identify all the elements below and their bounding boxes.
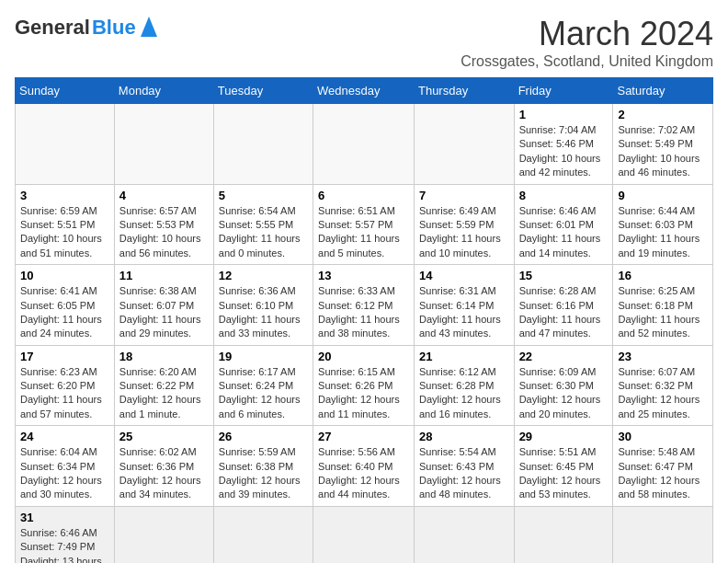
calendar-cell (213, 506, 313, 563)
day-number: 1 (519, 108, 609, 121)
calendar-cell: 24Sunrise: 6:04 AM Sunset: 6:34 PM Dayli… (16, 426, 115, 507)
day-number: 8 (519, 189, 609, 202)
page-header: General Blue March 2024 Crossgates, Scot… (15, 15, 713, 70)
logo-triangle-icon (141, 17, 157, 40)
day-number: 30 (618, 430, 708, 443)
logo-blue-text: Blue (92, 16, 136, 40)
day-number: 21 (419, 350, 509, 363)
day-info: Sunrise: 5:56 AM Sunset: 6:40 PM Dayligh… (318, 445, 409, 502)
calendar-cell: 18Sunrise: 6:20 AM Sunset: 6:22 PM Dayli… (114, 345, 213, 426)
day-number: 23 (618, 350, 708, 363)
day-number: 16 (618, 269, 708, 282)
day-number: 22 (519, 350, 609, 363)
calendar-cell: 27Sunrise: 5:56 AM Sunset: 6:40 PM Dayli… (313, 426, 415, 507)
calendar-week-row: 3Sunrise: 6:59 AM Sunset: 5:51 PM Daylig… (16, 184, 713, 265)
calendar-cell: 19Sunrise: 6:17 AM Sunset: 6:24 PM Dayli… (213, 345, 313, 426)
calendar-cell (414, 506, 514, 563)
calendar-week-row: 24Sunrise: 6:04 AM Sunset: 6:34 PM Dayli… (16, 426, 713, 507)
day-number: 3 (20, 189, 109, 202)
calendar-cell: 10Sunrise: 6:41 AM Sunset: 6:05 PM Dayli… (16, 265, 115, 346)
day-info: Sunrise: 6:15 AM Sunset: 6:26 PM Dayligh… (318, 365, 409, 422)
calendar-cell: 8Sunrise: 6:46 AM Sunset: 6:01 PM Daylig… (514, 184, 613, 265)
day-number: 7 (419, 189, 509, 202)
calendar-cell: 11Sunrise: 6:38 AM Sunset: 6:07 PM Dayli… (114, 265, 213, 346)
day-number: 15 (519, 269, 609, 282)
calendar-cell: 7Sunrise: 6:49 AM Sunset: 5:59 PM Daylig… (414, 184, 514, 265)
header-friday: Friday (514, 78, 613, 104)
day-number: 13 (318, 269, 409, 282)
day-info: Sunrise: 6:38 AM Sunset: 6:07 PM Dayligh… (119, 284, 209, 341)
calendar-cell: 13Sunrise: 6:33 AM Sunset: 6:12 PM Dayli… (313, 265, 415, 346)
calendar-cell (114, 506, 213, 563)
day-info: Sunrise: 5:51 AM Sunset: 6:45 PM Dayligh… (519, 445, 609, 502)
header-thursday: Thursday (414, 78, 514, 104)
calendar-cell: 25Sunrise: 6:02 AM Sunset: 6:36 PM Dayli… (114, 426, 213, 507)
day-info: Sunrise: 6:49 AM Sunset: 5:59 PM Dayligh… (419, 204, 509, 261)
day-info: Sunrise: 5:48 AM Sunset: 6:47 PM Dayligh… (618, 445, 708, 502)
day-number: 29 (519, 430, 609, 443)
calendar-cell (414, 104, 514, 185)
day-number: 25 (119, 430, 209, 443)
title-area: March 2024 Crossgates, Scotland, United … (461, 15, 713, 70)
day-number: 20 (318, 350, 409, 363)
day-info: Sunrise: 6:02 AM Sunset: 6:36 PM Dayligh… (119, 445, 209, 502)
day-info: Sunrise: 7:04 AM Sunset: 5:46 PM Dayligh… (519, 123, 609, 180)
day-number: 31 (20, 511, 109, 524)
calendar-cell: 16Sunrise: 6:25 AM Sunset: 6:18 PM Dayli… (613, 265, 713, 346)
header-monday: Monday (114, 78, 213, 104)
calendar-cell: 17Sunrise: 6:23 AM Sunset: 6:20 PM Dayli… (16, 345, 115, 426)
day-info: Sunrise: 6:54 AM Sunset: 5:55 PM Dayligh… (219, 204, 308, 261)
day-info: Sunrise: 6:28 AM Sunset: 6:16 PM Dayligh… (519, 284, 609, 341)
day-number: 18 (119, 350, 209, 363)
day-number: 11 (119, 269, 209, 282)
logo-general-text: General (15, 16, 90, 40)
day-info: Sunrise: 6:44 AM Sunset: 6:03 PM Dayligh… (618, 204, 708, 261)
calendar-cell: 28Sunrise: 5:54 AM Sunset: 6:43 PM Dayli… (414, 426, 514, 507)
calendar-cell: 1Sunrise: 7:04 AM Sunset: 5:46 PM Daylig… (514, 104, 613, 185)
day-number: 2 (618, 108, 708, 121)
day-number: 26 (219, 430, 308, 443)
day-number: 24 (20, 430, 109, 443)
day-info: Sunrise: 5:59 AM Sunset: 6:38 PM Dayligh… (219, 445, 308, 502)
day-info: Sunrise: 6:07 AM Sunset: 6:32 PM Dayligh… (618, 365, 708, 422)
calendar-week-row: 10Sunrise: 6:41 AM Sunset: 6:05 PM Dayli… (16, 265, 713, 346)
day-info: Sunrise: 6:51 AM Sunset: 5:57 PM Dayligh… (318, 204, 409, 261)
calendar-cell: 12Sunrise: 6:36 AM Sunset: 6:10 PM Dayli… (213, 265, 313, 346)
calendar-title: March 2024 (461, 15, 713, 53)
calendar-cell: 5Sunrise: 6:54 AM Sunset: 5:55 PM Daylig… (213, 184, 313, 265)
calendar-cell (313, 506, 415, 563)
logo-area: General Blue (15, 15, 157, 40)
calendar-cell (313, 104, 415, 185)
header-sunday: Sunday (16, 78, 115, 104)
day-info: Sunrise: 6:57 AM Sunset: 5:53 PM Dayligh… (119, 204, 209, 261)
day-info: Sunrise: 6:17 AM Sunset: 6:24 PM Dayligh… (219, 365, 308, 422)
header-tuesday: Tuesday (213, 78, 313, 104)
day-number: 10 (20, 269, 109, 282)
day-number: 19 (219, 350, 308, 363)
svg-marker-0 (141, 17, 157, 37)
day-info: Sunrise: 6:20 AM Sunset: 6:22 PM Dayligh… (119, 365, 209, 422)
calendar-cell (114, 104, 213, 185)
weekday-header-row: Sunday Monday Tuesday Wednesday Thursday… (16, 78, 713, 104)
calendar-cell: 2Sunrise: 7:02 AM Sunset: 5:49 PM Daylig… (613, 104, 713, 185)
day-number: 27 (318, 430, 409, 443)
calendar-cell (213, 104, 313, 185)
calendar-subtitle: Crossgates, Scotland, United Kingdom (461, 53, 713, 70)
header-saturday: Saturday (613, 78, 713, 104)
calendar-cell (16, 104, 115, 185)
day-info: Sunrise: 6:36 AM Sunset: 6:10 PM Dayligh… (219, 284, 308, 341)
calendar-cell: 30Sunrise: 5:48 AM Sunset: 6:47 PM Dayli… (613, 426, 713, 507)
calendar-cell: 29Sunrise: 5:51 AM Sunset: 6:45 PM Dayli… (514, 426, 613, 507)
calendar-cell: 4Sunrise: 6:57 AM Sunset: 5:53 PM Daylig… (114, 184, 213, 265)
day-number: 17 (20, 350, 109, 363)
calendar-cell: 20Sunrise: 6:15 AM Sunset: 6:26 PM Dayli… (313, 345, 415, 426)
calendar-cell: 31Sunrise: 6:46 AM Sunset: 7:49 PM Dayli… (16, 506, 115, 563)
day-number: 6 (318, 189, 409, 202)
calendar-table: Sunday Monday Tuesday Wednesday Thursday… (15, 77, 713, 563)
day-info: Sunrise: 6:23 AM Sunset: 6:20 PM Dayligh… (20, 365, 109, 422)
calendar-week-row: 17Sunrise: 6:23 AM Sunset: 6:20 PM Dayli… (16, 345, 713, 426)
calendar-cell: 15Sunrise: 6:28 AM Sunset: 6:16 PM Dayli… (514, 265, 613, 346)
calendar-cell: 22Sunrise: 6:09 AM Sunset: 6:30 PM Dayli… (514, 345, 613, 426)
day-info: Sunrise: 6:46 AM Sunset: 7:49 PM Dayligh… (20, 526, 109, 563)
calendar-cell: 3Sunrise: 6:59 AM Sunset: 5:51 PM Daylig… (16, 184, 115, 265)
